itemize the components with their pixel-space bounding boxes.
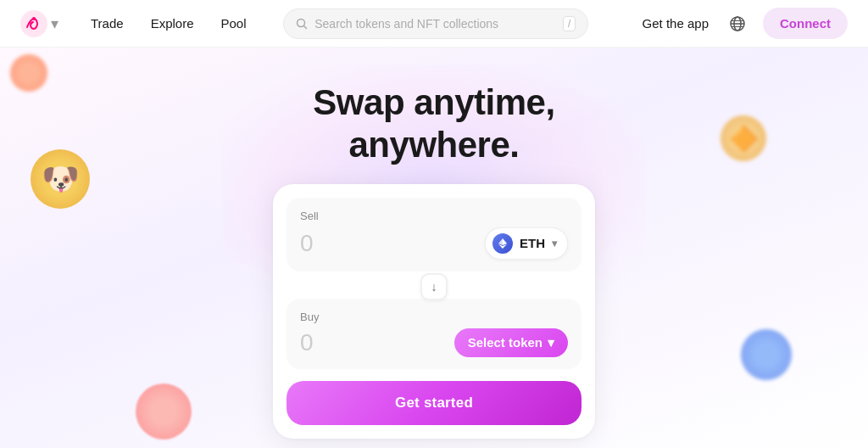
navbar: ▾ Trade Explore Pool Search tokens and N…	[0, 0, 868, 48]
buy-section: Buy 0 Select token ▾	[287, 299, 581, 369]
blob-shiba: 🐶	[31, 149, 90, 209]
swap-direction-button[interactable]: ↓	[420, 273, 448, 300]
nav-explore[interactable]: Explore	[139, 11, 206, 36]
hero-text: Swap anytime, anywhere.	[313, 81, 554, 167]
eth-token-label: ETH	[520, 236, 545, 250]
nav-pool[interactable]: Pool	[209, 11, 259, 36]
nav-right: Get the app Connect	[639, 8, 848, 39]
swap-direction-wrap: ↓	[287, 273, 581, 300]
select-token-label: Select token	[468, 335, 542, 350]
nav-links: Trade Explore Pool	[79, 11, 259, 36]
logo-chevron: ▾	[51, 14, 58, 33]
sell-section: Sell 0 ETH ▾	[287, 198, 581, 272]
hero-title-line2: anywhere.	[349, 125, 520, 165]
blob-top-left	[10, 54, 47, 92]
select-token-chevron-icon: ▾	[548, 335, 554, 350]
hero-title-line1: Swap anytime,	[313, 82, 554, 122]
get-started-button[interactable]: Get started	[287, 381, 581, 425]
sell-row: 0 ETH ▾	[300, 227, 568, 260]
hero-title: Swap anytime, anywhere.	[313, 81, 554, 167]
buy-label: Buy	[300, 311, 568, 323]
nav-trade[interactable]: Trade	[79, 11, 136, 36]
buy-amount[interactable]: 0	[300, 329, 314, 356]
blob-top-right: 🔶	[721, 115, 766, 161]
sell-label: Sell	[300, 210, 568, 222]
svg-point-1	[32, 17, 36, 20]
blob-pink-bottom	[136, 384, 192, 440]
eth-token-selector[interactable]: ETH ▾	[485, 227, 568, 260]
eth-icon	[492, 233, 513, 254]
blob-blue	[741, 329, 792, 380]
connect-button[interactable]: Connect	[763, 8, 848, 39]
main-content: 🐶 🔶 Swap anytime, anywhere. Sell 0	[0, 48, 868, 448]
logo[interactable]: ▾	[20, 10, 58, 37]
globe-icon[interactable]	[722, 8, 753, 39]
search-icon	[296, 18, 308, 30]
swap-card: Sell 0 ETH ▾ ↓	[273, 184, 595, 439]
get-app-button[interactable]: Get the app	[639, 11, 712, 36]
search-shortcut: /	[563, 16, 576, 31]
eth-chevron-icon: ▾	[552, 238, 557, 249]
svg-point-0	[20, 10, 47, 37]
search-placeholder: Search tokens and NFT collections	[314, 17, 556, 31]
sell-amount[interactable]: 0	[300, 230, 314, 257]
search-bar[interactable]: Search tokens and NFT collections /	[283, 8, 588, 39]
swap-arrow-icon: ↓	[431, 280, 437, 294]
buy-row: 0 Select token ▾	[300, 328, 568, 357]
select-token-button[interactable]: Select token ▾	[454, 328, 568, 357]
